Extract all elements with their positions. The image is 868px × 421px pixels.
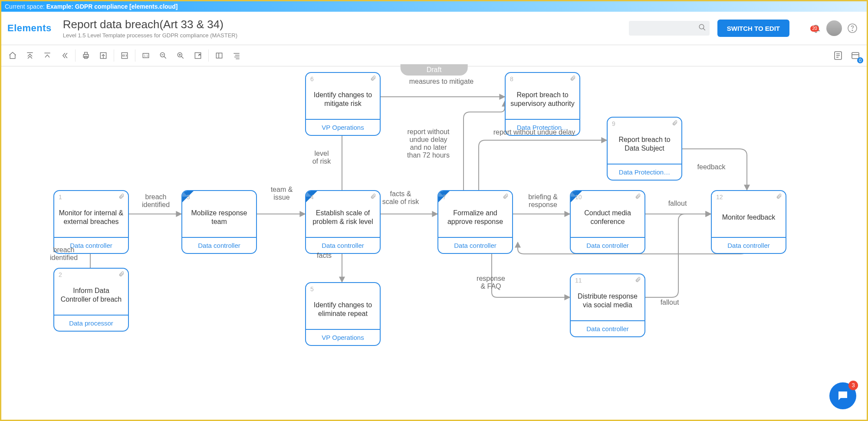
edge-e11_12 <box>644 214 711 297</box>
attachment-icon[interactable] <box>672 119 678 128</box>
attachments-panel-icon[interactable]: 0 <box>847 47 864 64</box>
print-icon[interactable] <box>77 47 95 64</box>
process-node-2[interactable]: 2Inform Data Controller of breachData pr… <box>53 268 129 332</box>
attachment-icon[interactable] <box>370 193 376 201</box>
attachment-icon[interactable] <box>570 75 576 83</box>
chat-fab[interactable]: 3 <box>829 382 856 409</box>
process-node-6[interactable]: 6Identify changes to mitigate riskVP Ope… <box>305 72 381 136</box>
process-node-12[interactable]: 12Monitor feedbackData controller <box>711 190 786 254</box>
attachments-count-badge: 0 <box>857 57 863 63</box>
attachment-icon[interactable] <box>503 193 509 201</box>
split-view-icon[interactable] <box>210 47 228 64</box>
node-label: Monitor for internal & external breaches <box>54 191 128 237</box>
edge-label: briefing & response <box>528 193 558 209</box>
notifications-badge: 20 <box>810 26 819 32</box>
node-role[interactable]: Data controller <box>182 237 256 253</box>
process-node-10[interactable]: 10Conduct media conferenceData controlle… <box>570 190 645 254</box>
process-node-8[interactable]: 8Report breach to supervisory authorityD… <box>505 72 580 136</box>
node-role[interactable]: Data controller <box>571 237 644 253</box>
node-number: 4 <box>310 194 314 201</box>
outline-view-icon[interactable] <box>228 47 245 64</box>
fit-icon[interactable]: 1:1 <box>137 47 155 64</box>
edge-label: facts <box>317 252 332 260</box>
process-node-3[interactable]: 3Mobilize response teamData controller <box>181 190 257 254</box>
space-bar-value: Example: GDPR compliance [elements.cloud… <box>46 3 178 10</box>
node-number: 12 <box>716 194 723 201</box>
edge-label: report without undue delay and no later … <box>407 128 450 159</box>
svg-line-1 <box>703 28 705 30</box>
process-node-7[interactable]: 7Formalize and approve responseData cont… <box>437 190 513 254</box>
process-node-9[interactable]: 9Report breach to Data SubjectData Prote… <box>607 117 682 181</box>
edge-label: breach identified <box>142 193 170 209</box>
export-icon[interactable] <box>95 47 112 64</box>
edge-label: measures to mitigate <box>409 78 474 86</box>
node-number: 5 <box>310 286 314 293</box>
collapse-icon[interactable] <box>56 47 73 64</box>
edge-label: response & FAQ <box>477 275 505 290</box>
search-input[interactable] <box>629 21 710 36</box>
process-node-5[interactable]: 5Identify changes to eliminate repeatVP … <box>305 282 381 346</box>
notes-panel-icon[interactable] <box>829 47 847 64</box>
chat-unread-badge: 3 <box>848 381 858 390</box>
process-node-4[interactable]: 4Establish scale of problem & risk level… <box>305 190 381 254</box>
go-up-icon[interactable] <box>39 47 56 64</box>
zoom-in-icon[interactable] <box>172 47 189 64</box>
page-subtitle: Level 1.5 Level Template processes for G… <box>63 32 237 39</box>
user-avatar[interactable] <box>825 20 843 36</box>
node-number: 3 <box>187 194 190 201</box>
node-role[interactable]: Data controller <box>438 237 512 253</box>
node-role[interactable]: Data processor <box>54 315 128 331</box>
switch-to-edit-button[interactable]: SWITCH TO EDIT <box>717 20 789 37</box>
diagram-canvas[interactable]: Draft 1Monitor for internal & external b… <box>1 66 867 421</box>
edge-e7_9 <box>479 140 607 190</box>
node-number: 10 <box>575 194 582 201</box>
zoom-out-icon[interactable] <box>155 47 172 64</box>
go-top-icon[interactable] <box>21 47 39 64</box>
attachment-icon[interactable] <box>635 193 641 201</box>
home-icon[interactable] <box>4 47 21 64</box>
process-node-11[interactable]: 11Distribute response via social mediaDa… <box>570 273 645 337</box>
space-bar: Current space: Example: GDPR compliance … <box>1 1 867 12</box>
node-role[interactable]: Data controller <box>571 320 644 336</box>
edge-label: team & issue <box>271 186 293 201</box>
node-number: 7 <box>443 194 446 201</box>
status-chip: Draft <box>401 64 468 76</box>
svg-point-3 <box>852 30 853 31</box>
attachment-icon[interactable] <box>118 193 125 201</box>
attachment-icon[interactable] <box>635 276 641 285</box>
edge-e7_8 <box>464 101 505 190</box>
node-number: 8 <box>510 76 513 82</box>
svg-text:1:1: 1:1 <box>144 54 148 57</box>
attachment-icon[interactable] <box>118 270 125 279</box>
edge-label: breach identified <box>50 246 78 262</box>
node-label: Identify changes to mitigate risk <box>306 73 380 119</box>
notifications-button[interactable]: 20 <box>807 23 825 33</box>
svg-line-20 <box>181 56 184 59</box>
brand-logo[interactable]: Elements <box>7 23 59 34</box>
edge-label: feedback <box>697 163 726 171</box>
help-button[interactable] <box>843 23 861 33</box>
node-number: 11 <box>575 277 582 284</box>
node-role[interactable]: VP Operations <box>306 119 380 135</box>
node-number: 6 <box>310 76 314 82</box>
attachment-icon[interactable] <box>370 75 376 83</box>
app-header: Elements Report data breach(Art 33 & 34)… <box>1 12 867 45</box>
node-number: 2 <box>59 271 62 278</box>
attachment-icon[interactable] <box>776 193 782 201</box>
edge-label: report without undue delay <box>493 128 575 136</box>
node-role[interactable]: Data Protection… <box>608 164 681 180</box>
node-role[interactable]: Data controller <box>712 237 786 253</box>
svg-rect-7 <box>85 53 88 55</box>
quote-icon[interactable] <box>116 47 133 64</box>
svg-rect-23 <box>216 53 222 58</box>
node-role[interactable]: VP Operations <box>306 329 380 345</box>
search-icon <box>698 23 706 33</box>
edge-label: facts & scale of risk <box>382 190 419 206</box>
node-label: Report breach to supervisory authority <box>506 73 579 119</box>
zoom-region-icon[interactable] <box>189 47 207 64</box>
node-label: Identify changes to eliminate repeat <box>306 283 380 329</box>
node-number: 9 <box>612 120 615 127</box>
node-role[interactable]: Data controller <box>306 237 380 253</box>
process-node-1[interactable]: 1Monitor for internal & external breache… <box>53 190 129 254</box>
node-label: Report breach to Data Subject <box>608 118 681 164</box>
